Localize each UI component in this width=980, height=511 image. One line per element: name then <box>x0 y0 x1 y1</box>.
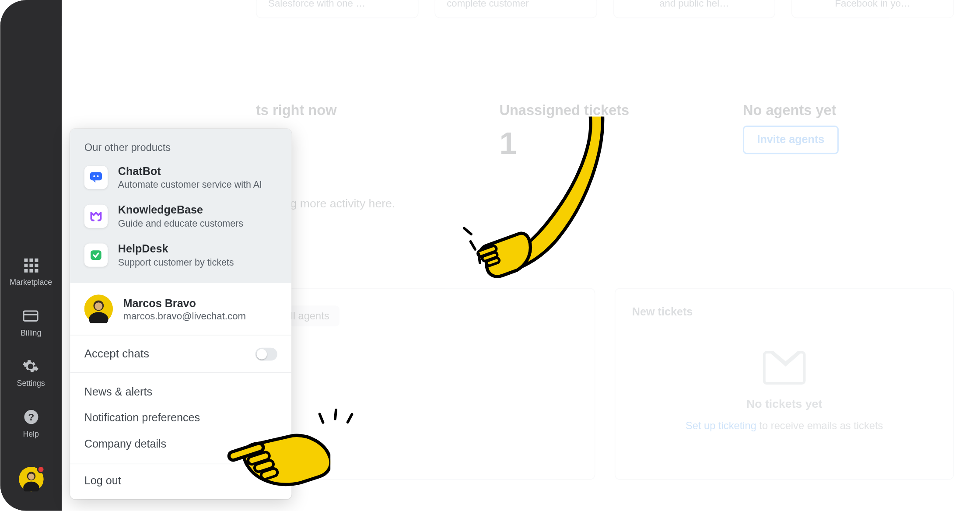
svg-rect-8 <box>35 269 38 273</box>
sidebar-item-label: Billing <box>21 328 41 337</box>
svg-rect-7 <box>29 269 33 273</box>
svg-point-18 <box>93 175 95 177</box>
chatbot-icon <box>84 166 108 189</box>
invite-agents-button[interactable]: Invite agents <box>743 126 839 154</box>
product-row-knowledgebase[interactable]: KnowledgeBase Guide and educate customer… <box>70 196 291 235</box>
pointing-hand-illustration <box>466 116 609 291</box>
envelope-icon <box>763 351 806 385</box>
sidebar-item-marketplace[interactable]: Marketplace <box>10 257 52 287</box>
svg-point-24 <box>94 302 102 310</box>
accept-chats-toggle[interactable] <box>256 347 277 360</box>
accept-chats-label: Accept chats <box>84 347 149 360</box>
product-name: HelpDesk <box>118 243 234 256</box>
menu-item-news[interactable]: News & alerts <box>70 379 291 405</box>
help-icon: ? <box>22 409 39 425</box>
svg-rect-9 <box>24 311 38 321</box>
tickets-panel-title: New tickets <box>632 306 937 319</box>
gear-icon <box>22 358 39 374</box>
product-name: ChatBot <box>118 165 262 178</box>
accept-chats-row: Accept chats <box>70 335 291 373</box>
svg-point-19 <box>97 175 98 177</box>
pointing-hand-illustration <box>298 414 421 511</box>
sidebar-item-label: Help <box>23 429 39 438</box>
user-email: marcos.bravo@livechat.com <box>123 310 246 321</box>
integration-card: Salesforce with one … <box>256 0 418 18</box>
profile-user-row[interactable]: Marcos Bravo marcos.bravo@livechat.com <box>70 283 291 335</box>
user-name: Marcos Bravo <box>123 297 246 310</box>
tickets-empty-sub: Set up ticketing to receive emails as ti… <box>632 420 937 432</box>
setup-ticketing-link[interactable]: Set up ticketing <box>686 420 756 431</box>
app-window: Salesforce with one … complete customer … <box>0 0 980 511</box>
card-icon <box>22 308 39 324</box>
svg-rect-17 <box>90 172 102 180</box>
svg-rect-1 <box>29 259 33 262</box>
sidebar-item-label: Marketplace <box>10 278 52 287</box>
notification-badge <box>37 466 45 473</box>
sidebar-item-settings[interactable]: Settings <box>17 358 45 388</box>
sidebar-item-help[interactable]: ? Help <box>22 409 39 438</box>
integration-card: complete customer <box>434 0 597 18</box>
grid-icon <box>22 257 39 274</box>
svg-rect-5 <box>35 264 38 267</box>
integration-card: and public hel… <box>613 0 775 18</box>
knowledgebase-icon <box>84 205 108 228</box>
sidebar-item-label: Settings <box>17 379 45 388</box>
svg-text:?: ? <box>28 412 34 423</box>
profile-avatar-button[interactable] <box>19 467 43 491</box>
svg-rect-0 <box>24 259 28 262</box>
product-name: KnowledgeBase <box>118 204 243 217</box>
sidebar: Marketplace Billing Settings ? Help <box>0 0 62 511</box>
avatar-icon <box>84 294 113 323</box>
integration-card: Facebook in yo… <box>791 0 954 18</box>
svg-rect-2 <box>35 259 38 262</box>
svg-rect-3 <box>24 264 28 267</box>
stat-chats-title: ts right now <box>256 102 467 119</box>
sidebar-item-billing[interactable]: Billing <box>21 308 41 337</box>
product-sub: Guide and educate customers <box>118 218 243 229</box>
svg-point-16 <box>28 474 34 480</box>
product-row-helpdesk[interactable]: HelpDesk Support customer by tickets <box>70 235 291 274</box>
tickets-panel: New tickets No tickets yet Set up ticket… <box>615 288 954 480</box>
helpdesk-icon <box>84 243 108 266</box>
product-row-chatbot[interactable]: ChatBot Automate customer service with A… <box>70 158 291 196</box>
product-sub: Support customer by tickets <box>118 257 234 268</box>
popover-header: Our other products <box>70 142 291 158</box>
product-sub: Automate customer service with AI <box>118 179 262 190</box>
svg-rect-4 <box>29 264 33 267</box>
no-tickets-label: No tickets yet <box>632 398 937 411</box>
svg-rect-6 <box>24 269 28 273</box>
stat-agents-title: No agents yet <box>743 102 954 119</box>
